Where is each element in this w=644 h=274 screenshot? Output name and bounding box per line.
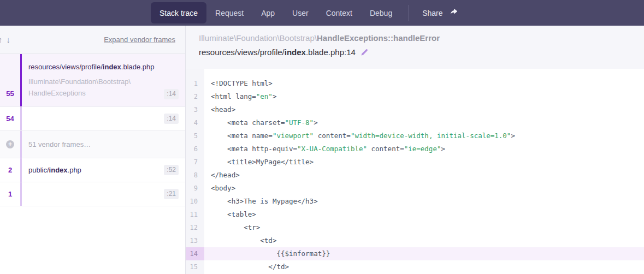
code-line-number: 1 — [186, 77, 204, 90]
code-line-number: 4 — [186, 116, 204, 129]
code-line: 14 {{$informat}} — [186, 247, 644, 260]
code-line: 2 <html lang="en"> — [186, 90, 644, 103]
tab-label: Debug — [370, 9, 392, 17]
frame-content: public/index.php :52 — [22, 158, 185, 182]
stack-frame[interactable]: 54 :14 — [0, 107, 185, 131]
vendor-frames-row[interactable]: + 51 vendor frames… — [0, 131, 185, 158]
frame-line-badge: :14 — [164, 89, 179, 99]
code-line-number: 14 — [186, 247, 204, 260]
code-line-content: <h3>The is Mypage</h3> — [211, 195, 318, 208]
prev-frame-arrow-icon[interactable]: ↑ — [0, 35, 3, 44]
code-line-number: 2 — [186, 90, 204, 103]
code-line-number: 6 — [186, 142, 204, 156]
stack-frame[interactable]: 2 public/index.php :52 — [0, 158, 185, 182]
frame-number: 54 — [0, 107, 20, 130]
tab-label: User — [292, 9, 309, 17]
code-line: 11 <table> — [186, 208, 644, 221]
frame-number: 1 — [0, 182, 20, 206]
code-line: 5 <meta name="viewport" content="width=d… — [186, 129, 644, 142]
frame-number: 55 — [0, 54, 20, 106]
ignition-error-page: Stack trace Request App User Context Deb… — [0, 0, 644, 274]
code-line-content: <body> — [211, 182, 235, 195]
sidebar-header: ↑ ↓ Expand vendor frames — [0, 26, 185, 54]
code-line-number: 8 — [186, 169, 204, 182]
share-label: Share — [422, 9, 442, 17]
code-line-number: 10 — [186, 195, 204, 208]
code-line-number: 5 — [186, 129, 204, 142]
stack-frame[interactable]: 1 :21 — [0, 182, 185, 206]
code-line: 1 <!DOCTYPE html> — [186, 77, 644, 90]
code-line-number: 3 — [186, 103, 204, 116]
frame-class: Illuminate\Foundation\Bootstrap\HandleEx… — [28, 76, 158, 99]
topbar-tab[interactable]: App — [252, 0, 283, 26]
code-line: 3 <head> — [186, 103, 644, 116]
code-line: 12 <tr> — [186, 221, 644, 234]
code-line: 10 <h3>The is Mypage</h3> — [186, 195, 644, 208]
code-line-content: <table> — [211, 208, 256, 221]
code-line-content: </td> — [211, 260, 289, 273]
code-line-number: 11 — [186, 208, 204, 221]
code-line: 8 </head> — [186, 169, 644, 182]
topbar-tab[interactable]: Debug — [361, 0, 401, 26]
code-line-content: <meta http-equiv="X-UA-Compatible" conte… — [211, 142, 445, 156]
topbar: Stack trace Request App User Context Deb… — [0, 0, 644, 26]
file-path-text: resources/views/profile/index.blade.php:… — [199, 47, 356, 57]
expand-vendor-frames-link[interactable]: Expand vendor frames — [104, 35, 175, 44]
code-line-content: <title>MyPage</title> — [211, 156, 314, 169]
code-line-content: <meta charset="UTF-8"> — [211, 116, 318, 129]
code-line-content: </head> — [211, 169, 240, 182]
code-line-number: 7 — [186, 156, 204, 169]
frame-content: :14 — [22, 107, 185, 130]
code-line-content: <!DOCTYPE html> — [211, 77, 273, 90]
code-line: 7 <title>MyPage</title> — [186, 156, 644, 169]
code-line-content: <tr> — [211, 221, 260, 234]
frame-file: public/index.php — [28, 166, 81, 174]
topbar-tab[interactable]: Context — [317, 0, 361, 26]
method-name: HandleExceptions::handleError — [317, 33, 440, 43]
frame-line-badge: :14 — [164, 114, 179, 124]
code-line-content: <head> — [211, 103, 235, 116]
stack-frame[interactable]: 55 resources/views/profile/index.blade.p… — [0, 54, 185, 107]
topbar-tabs: Stack trace Request App User Context Deb… — [151, 0, 401, 26]
code-line: 15 </td> — [186, 260, 644, 273]
expand-plus-icon[interactable]: + — [6, 140, 14, 148]
code-line-number: 12 — [186, 221, 204, 234]
vendor-frames-label: 51 vendor frames… — [22, 131, 97, 158]
frame-line-badge: :52 — [164, 165, 179, 175]
code-line: 13 <td> — [186, 234, 644, 247]
frame-file: resources/views/profile/index.blade.php — [28, 63, 155, 71]
code-line-content: <meta name="viewport" content="width=dev… — [211, 129, 515, 142]
topbar-tab[interactable]: User — [283, 0, 317, 26]
main-panel: Illuminate\Foundation\Bootstrap\HandleEx… — [186, 26, 644, 274]
code-line-number: 15 — [186, 260, 204, 273]
next-frame-arrow-icon[interactable]: ↓ — [7, 35, 11, 44]
code-viewer: 1 <!DOCTYPE html> 2 <html lang="en"> 3 <… — [186, 69, 644, 274]
tab-label: Stack trace — [159, 9, 198, 17]
share-button[interactable]: Share — [417, 8, 463, 17]
share-icon — [449, 8, 458, 17]
topbar-tab[interactable]: Stack trace — [151, 2, 206, 23]
frame-detail-header: Illuminate\Foundation\Bootstrap\HandleEx… — [186, 26, 644, 69]
code-line-content: {{$informat}} — [211, 247, 330, 260]
code-line: 6 <meta http-equiv="X-UA-Compatible" con… — [186, 142, 644, 156]
code-line-number: 9 — [186, 182, 204, 195]
frame-line-badge: :21 — [164, 189, 179, 199]
topbar-tab[interactable]: Request — [206, 0, 252, 26]
frame-content: :21 — [22, 182, 185, 206]
frame-method: Illuminate\Foundation\Bootstrap\HandleEx… — [199, 33, 631, 43]
code-line: 4 <meta charset="UTF-8"> — [186, 116, 644, 129]
topbar-divider — [409, 5, 409, 21]
frame-number: 2 — [0, 158, 20, 182]
edit-file-pencil-icon[interactable] — [361, 48, 369, 56]
code-line-content: <td> — [211, 234, 276, 247]
code-line-content: <html lang="en"> — [211, 90, 276, 103]
frame-file-path: resources/views/profile/index.blade.php:… — [199, 47, 631, 57]
vendor-expand: + — [0, 131, 20, 158]
stack-trace-sidebar: ↑ ↓ Expand vendor frames 55 resources/vi… — [0, 26, 186, 274]
tab-label: Context — [326, 9, 352, 17]
code-line: 9 <body> — [186, 182, 644, 195]
tab-label: Request — [215, 9, 244, 17]
tab-label: App — [261, 9, 275, 17]
method-namespace: Illuminate\Foundation\Bootstrap\ — [199, 33, 317, 43]
frames-list: 55 resources/views/profile/index.blade.p… — [0, 54, 185, 206]
